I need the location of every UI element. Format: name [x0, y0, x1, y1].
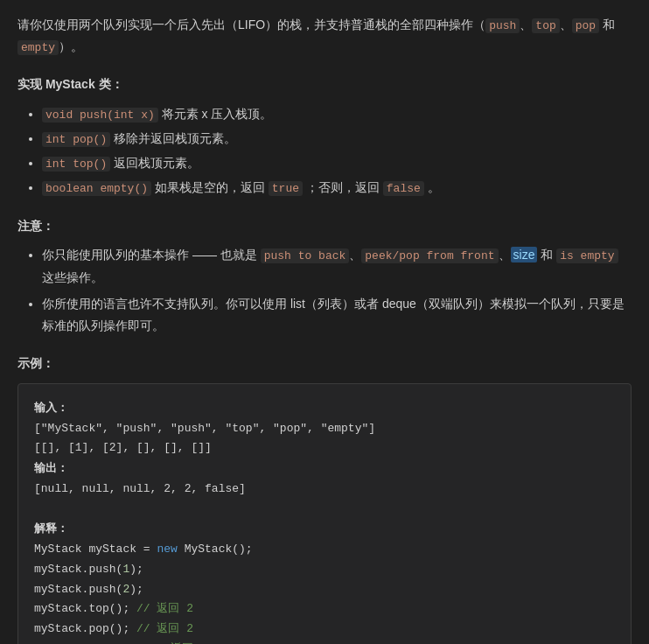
explain-label: 解释：	[34, 522, 68, 535]
list-item: 你只能使用队列的基本操作 —— 也就是 push to back、peek/po…	[42, 244, 632, 288]
method-list: void push(int x) 将元素 x 压入栈顶。 int pop() 移…	[17, 104, 632, 199]
note-title: 注意：	[17, 216, 632, 237]
note-list: 你只能使用队列的基本操作 —— 也就是 push to back、peek/po…	[17, 244, 632, 336]
code-block: 输入： ["MyStack", "push", "push", "top", "…	[17, 383, 632, 644]
code-line: myStack.push(1);	[34, 560, 615, 580]
code-line: [[], [1], [2], [], [], []]	[34, 438, 615, 458]
code-line: myStack.push(2);	[34, 580, 615, 600]
list-item: 你所使用的语言也许不支持队列。你可以使用 list（列表）或者 deque（双端…	[42, 293, 632, 336]
code-line: myStack.top(); // 返回 2	[34, 599, 615, 620]
example-section: 示例： 输入： ["MyStack", "push", "push", "top…	[17, 354, 632, 644]
list-item: void push(int x) 将元素 x 压入栈顶。	[42, 104, 632, 125]
note-section: 注意： 你只能使用队列的基本操作 —— 也就是 push to back、pee…	[17, 216, 632, 336]
code-line: myStack.pop(); // 返回 2	[34, 620, 615, 640]
code-line: myStack.empty(); // 返回 False	[34, 640, 615, 644]
list-item: int top() 返回栈顶元素。	[42, 153, 632, 174]
list-item: boolean empty() 如果栈是空的，返回 true ；否则，返回 fa…	[42, 178, 632, 199]
code-line: ["MyStack", "push", "push", "top", "pop"…	[34, 419, 615, 439]
intro-text: 请你仅使用两个队列实现一个后入先出（LIFO）的栈，并支持普通栈的全部四种操作（…	[17, 14, 632, 59]
input-label: 输入：	[34, 401, 68, 414]
implement-title: 实现 MyStack 类：	[17, 74, 632, 95]
output-label: 输出：	[34, 461, 68, 474]
list-item: int pop() 移除并返回栈顶元素。	[42, 129, 632, 150]
example-title: 示例：	[17, 354, 632, 374]
code-line: MyStack myStack = new MyStack();	[34, 540, 615, 560]
code-line: [null, null, null, 2, 2, false]	[34, 480, 615, 500]
